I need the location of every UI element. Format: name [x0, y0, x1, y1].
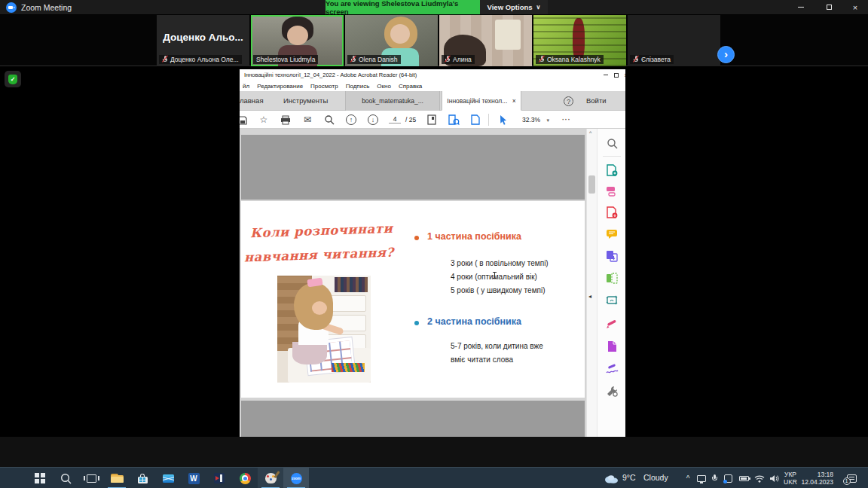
scroll-up-icon[interactable]: ^ — [589, 130, 591, 136]
minimize-button[interactable] — [790, 0, 812, 14]
word-button[interactable]: W — [181, 468, 206, 488]
store-button[interactable] — [130, 468, 155, 488]
email-icon[interactable]: ✉ — [301, 114, 313, 126]
help-icon[interactable]: ? — [564, 96, 573, 106]
fill-sign-icon[interactable] — [605, 317, 619, 331]
menu-edit[interactable]: Редактирование — [257, 83, 303, 90]
star-icon[interactable]: ☆ — [258, 114, 270, 126]
menu-file[interactable]: йл — [243, 83, 249, 90]
notification-badge: 1 — [843, 477, 851, 485]
bullet-orange — [414, 236, 419, 240]
time: 13:18 — [800, 471, 833, 478]
sign-icon[interactable] — [605, 362, 619, 376]
participant-video-strip: Доценко Альо... Доценко Альона Оле... Sh… — [0, 15, 868, 66]
menu-window[interactable]: Окно — [377, 83, 391, 90]
more-tools-wrench-icon[interactable] — [605, 384, 619, 398]
tab-document-2[interactable]: Інноваційні технол... × — [442, 91, 521, 111]
file-explorer-button[interactable] — [104, 468, 130, 488]
menu-sign[interactable]: Подпись — [346, 83, 370, 90]
volume-icon[interactable] — [767, 468, 781, 488]
page-number-input[interactable]: 4 — [389, 115, 401, 124]
participant-name-label: Алина — [453, 55, 472, 64]
previous-page-icon[interactable]: ↑ — [345, 114, 357, 126]
abbyy-finereader-button[interactable] — [206, 468, 232, 488]
participant-tile-alina[interactable]: Алина — [439, 15, 532, 66]
acrobat-toolbar: ☆ ✉ ↑ ↓ 4 / 25 32.3% ▾ ··· — [240, 111, 625, 129]
tab-document-2-label: Інноваційні технол... — [447, 97, 507, 105]
participant-tile-dotsenko[interactable]: Доценко Альо... Доценко Альона Оле... — [157, 15, 249, 66]
tab-tools[interactable]: Инструменты — [283, 91, 344, 111]
hidden-icons-chevron[interactable]: ^ — [682, 468, 694, 488]
edit-pdf-icon[interactable] — [605, 340, 619, 353]
paint-button[interactable] — [258, 468, 283, 488]
next-page-icon[interactable]: ↓ — [367, 114, 379, 126]
security-shield-icon[interactable]: ✓ — [5, 71, 21, 87]
participant-tile-olena[interactable]: Olena Danish — [345, 15, 438, 66]
tab-document-1[interactable]: book_matematuka_... — [345, 91, 440, 111]
slide-title-line2: навчання читання? — [244, 246, 394, 265]
close-button[interactable]: × — [844, 0, 866, 14]
combine-files-icon[interactable] — [605, 185, 619, 198]
export-pdf-icon[interactable] — [448, 114, 460, 126]
task-view-button[interactable] — [78, 468, 104, 488]
weather-condition[interactable]: Cloudy — [643, 474, 668, 481]
participant-tile-oksana[interactable]: Oksana Kalashnyk — [533, 15, 626, 66]
participant-tile-shelestova[interactable]: Shelestova Liudmyla — [251, 15, 344, 66]
view-options-button[interactable]: View Options ∨ — [480, 0, 548, 14]
search-tools-icon[interactable] — [605, 136, 619, 150]
battery-icon[interactable] — [737, 468, 751, 488]
more-tools-icon[interactable]: ··· — [562, 111, 571, 129]
save-icon[interactable] — [240, 114, 248, 126]
weather-temp[interactable]: 9°C — [622, 474, 636, 481]
wifi-icon[interactable] — [753, 468, 766, 488]
display-tray-icon[interactable] — [695, 468, 708, 488]
chrome-button[interactable] — [232, 468, 258, 488]
participant-tile-yelizaveta[interactable]: Єлізавета — [628, 15, 720, 66]
menu-help[interactable]: Справка — [399, 83, 422, 90]
menu-view[interactable]: Просмотр — [310, 83, 338, 90]
word-icon: W — [188, 473, 200, 484]
create-pdf-icon[interactable] — [605, 163, 619, 177]
slide-section1-title: 1 частина посібника — [427, 231, 521, 242]
next-participants-button[interactable]: › — [717, 46, 735, 63]
select-tool-icon[interactable] — [497, 114, 509, 126]
maximize-button[interactable] — [818, 0, 840, 14]
finereader-icon — [214, 473, 225, 483]
acrobat-close-button[interactable]: × — [620, 69, 625, 81]
zoom-app-button[interactable]: zoom — [283, 468, 309, 488]
search-button[interactable] — [53, 468, 78, 488]
search-icon[interactable] — [323, 114, 335, 126]
tab-close-icon[interactable]: × — [512, 97, 516, 105]
mic-tray-icon[interactable] — [709, 468, 720, 488]
chrome-icon — [240, 473, 251, 484]
print-icon[interactable] — [280, 114, 292, 126]
slide-list-item: 3 роки ( в повільному темпі) — [451, 259, 549, 267]
scrollbar-thumb[interactable] — [588, 175, 595, 194]
windows-taskbar: W zoom 9°C Cloudy ^ УКР UKR 13:18 12.04.… — [0, 467, 868, 488]
start-button[interactable] — [27, 468, 53, 488]
language-line2: UKR — [782, 478, 799, 486]
bullet-blue — [414, 321, 419, 325]
slide-photo — [277, 276, 371, 383]
sign-in-button[interactable]: Войти — [586, 91, 621, 111]
comment-icon[interactable] — [605, 227, 619, 241]
export-pdf-tool-icon[interactable] — [605, 206, 619, 219]
page-thumbnail-icon[interactable] — [426, 114, 438, 126]
slide-title-line1: Коли розпочинати — [250, 221, 393, 241]
zoom-control-bar: ^ Unmute ^ Start Video 66 ^ Participants… — [0, 437, 868, 467]
create-page-icon[interactable] — [469, 114, 481, 126]
protect-stamp-icon[interactable] — [605, 293, 619, 307]
vertical-scrollbar[interactable]: ^ ◂ — [586, 129, 597, 437]
zoom-level-dropdown[interactable]: 32.3% ▾ — [522, 111, 549, 129]
current-slide-page: Коли розпочинати навчання читання? 1 час… — [241, 201, 585, 398]
organize-pages-icon[interactable] — [605, 249, 619, 263]
participant-name-label: Єлізавета — [641, 55, 671, 64]
teams-tray-icon[interactable] — [722, 468, 734, 488]
acrobat-menubar: йл Редактирование Просмотр Подпись Окно … — [240, 81, 625, 91]
mail-button[interactable] — [155, 468, 181, 488]
collapse-panel-icon[interactable]: ◂ — [588, 293, 591, 300]
scan-ocr-icon[interactable] — [605, 271, 619, 285]
weather-icon — [603, 468, 619, 488]
tab-home[interactable]: лавная — [240, 91, 274, 111]
notification-center-button[interactable]: 1 — [844, 468, 859, 488]
